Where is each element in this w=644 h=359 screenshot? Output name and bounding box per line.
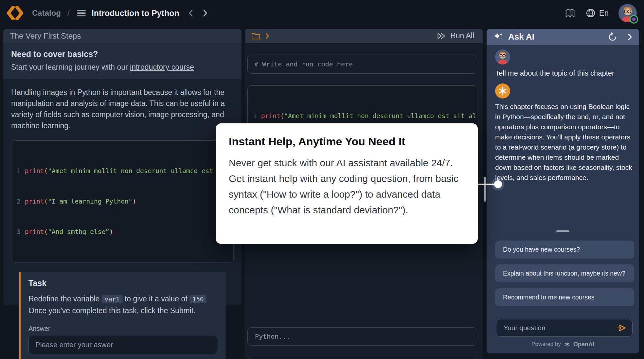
suggested-questions: Do you have new courses? Explain about t… — [495, 241, 634, 306]
lesson-panel-header: The Very First Steps — [3, 29, 241, 43]
prev-chapter-icon[interactable] — [188, 9, 194, 17]
folder-icon[interactable] — [251, 32, 260, 40]
task-code-var: var1 — [102, 295, 123, 303]
language-switcher[interactable]: En — [585, 8, 609, 18]
reset-chat-icon[interactable] — [608, 32, 617, 42]
user-message: Tell me about the topic of this chapter — [495, 69, 632, 78]
chat-user-avatar — [495, 49, 510, 64]
ask-ai-header: Ask AI — [487, 29, 639, 45]
code-line: 3print("And smthg else”) — [17, 227, 228, 237]
task-card: Task Redefine the variable var1 to give … — [19, 272, 226, 359]
basics-callout: Need to cover basics? Start your learnin… — [3, 43, 241, 79]
avatar-status-badge — [630, 15, 638, 24]
globe-icon — [585, 8, 596, 18]
task-description: Redefine the variable var1 to give it a … — [28, 293, 218, 316]
python-cell[interactable]: Python... — [247, 327, 477, 346]
ai-message: This chapter focuses on using Boolean lo… — [495, 101, 635, 183]
answer-input[interactable] — [28, 336, 218, 354]
breadcrumb-separator: / — [67, 9, 70, 18]
run-all-button[interactable]: Run All — [435, 31, 476, 41]
collapse-panel-icon[interactable] — [627, 33, 633, 41]
chat-thread: Tell me about the topic of this chapter … — [487, 45, 639, 183]
code-line: 1print("Amet minim mollit non deserunt u… — [17, 166, 228, 176]
powered-by: Powered by OpenAI — [487, 341, 639, 348]
suggestion-chip[interactable]: Recommend to me new courses — [495, 288, 634, 306]
tooltip-connector-line — [476, 184, 496, 185]
drag-handle[interactable] — [556, 230, 569, 232]
breadcrumb-catalog[interactable]: Catalog — [32, 9, 61, 18]
suggestion-chip[interactable]: Explain about this function, maybe its n… — [495, 264, 634, 282]
answer-label: Answer — [28, 325, 218, 332]
suggestion-chip[interactable]: Do you have new courses? — [495, 241, 634, 259]
panel-scrollbar-thumb[interactable] — [484, 177, 486, 202]
editor-toolbar: Run All — [245, 29, 483, 43]
question-input-row — [496, 319, 633, 337]
code-line: 1print("Amet minim mollit non deserunt u… — [253, 111, 472, 121]
task-code-value: 150 — [189, 295, 206, 303]
lesson-title: The Very First Steps — [10, 31, 81, 41]
send-icon — [617, 323, 627, 332]
basics-text: Start your learning journey with our int… — [11, 63, 234, 72]
basics-heading: Need to cover basics? — [11, 49, 234, 59]
app-window: Catalog / Introduction to Python — [0, 0, 644, 359]
onboarding-tooltip: Instant Help, Anytime You Need It Never … — [216, 123, 478, 244]
question-input[interactable] — [503, 324, 617, 332]
send-button[interactable] — [617, 323, 627, 332]
openai-avatar — [495, 83, 510, 99]
top-bar: Catalog / Introduction to Python — [0, 0, 644, 26]
lesson-panel: The Very First Steps Need to cover basic… — [3, 29, 241, 305]
chapters-menu-icon[interactable] — [77, 10, 86, 17]
tooltip-title: Instant Help, Anytime You Need It — [229, 135, 465, 148]
tooltip-body: Never get stuck with our AI assistant av… — [229, 155, 465, 218]
openai-logo-icon — [497, 85, 508, 97]
lesson-content: Handling images in Python is important b… — [3, 79, 241, 359]
user-avatar[interactable] — [618, 4, 637, 22]
ask-ai-title: Ask AI — [508, 32, 534, 42]
expand-chevron-icon[interactable] — [265, 33, 270, 39]
tooltip-connector-dot — [494, 180, 502, 188]
openai-logo-small-icon — [564, 341, 571, 348]
ask-ai-panel: Ask AI Tell me about the topic of this c… — [487, 29, 639, 353]
lesson-code-block: 1print("Amet minim mollit non deserunt u… — [11, 140, 234, 262]
language-label: En — [599, 9, 609, 18]
openai-brand: OpenAI — [573, 341, 594, 348]
docs-book-icon[interactable] — [564, 8, 576, 18]
introductory-course-link[interactable]: introductory course — [130, 63, 194, 71]
task-heading: Task — [28, 278, 218, 288]
lesson-paragraph: Handling images in Python is important b… — [11, 87, 237, 131]
sparkles-icon — [493, 32, 504, 42]
page-title: Introduction to Python — [92, 9, 179, 18]
brand-logo-icon[interactable] — [7, 6, 23, 20]
new-code-cell[interactable]: # Write and run code here — [247, 55, 477, 74]
python-cell[interactable]: Python... — [247, 358, 477, 359]
code-line: 2print("I am learning Python") — [17, 196, 228, 206]
run-all-icon — [437, 32, 446, 40]
next-chapter-icon[interactable] — [202, 9, 208, 17]
run-all-label: Run All — [450, 31, 474, 40]
